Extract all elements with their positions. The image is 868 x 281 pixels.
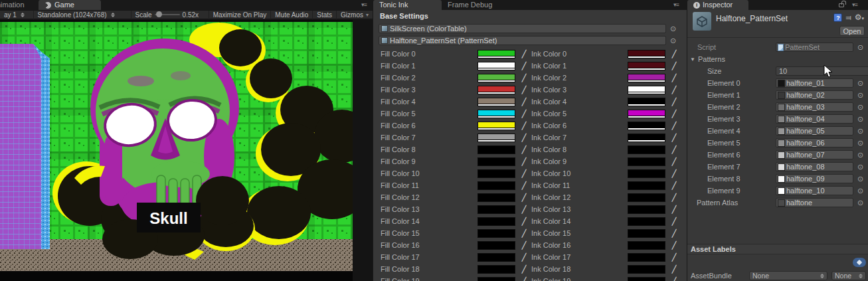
element-object-field[interactable]: halftone_05 [776, 126, 853, 136]
fill-color-swatch[interactable] [477, 169, 515, 178]
eyedropper-icon[interactable]: ╱ [519, 62, 529, 70]
eyedropper-icon[interactable]: ╱ [669, 50, 679, 58]
ink-color-swatch[interactable] [628, 110, 665, 118]
game-panel-menu-icon[interactable]: ▾≡ [361, 1, 367, 8]
tonic-panel-menu-icon[interactable]: ▾≡ [673, 1, 679, 8]
ink-color-swatch[interactable] [628, 134, 665, 142]
fill-color-swatch[interactable] [477, 98, 515, 106]
ink-color-swatch[interactable] [628, 169, 665, 178]
ink-color-swatch[interactable] [628, 229, 665, 238]
mute-audio-button[interactable]: Mute Audio [271, 11, 313, 19]
element-object-field[interactable]: halftone_07 [776, 150, 853, 159]
eyedropper-icon[interactable]: ╱ [669, 86, 679, 94]
eyedropper-icon[interactable]: ╱ [519, 98, 529, 106]
eyedropper-icon[interactable]: ╱ [669, 169, 679, 178]
gizmos-dropdown[interactable]: Gizmos ▾ [337, 11, 373, 19]
scale-slider[interactable] [155, 14, 180, 15]
ink-color-swatch[interactable] [628, 74, 665, 82]
maximize-on-play-button[interactable]: Maximize On Play [209, 11, 272, 19]
fill-color-swatch[interactable] [477, 74, 515, 82]
eyedropper-icon[interactable]: ╱ [519, 157, 529, 166]
eyedropper-icon[interactable]: ╱ [669, 253, 679, 262]
eyedropper-icon[interactable]: ╱ [669, 62, 679, 70]
eyedropper-icon[interactable]: ╱ [669, 229, 679, 238]
eyedropper-icon[interactable]: ╱ [519, 86, 529, 94]
display-dropdown[interactable]: ay 1 [0, 11, 34, 19]
object-picker-icon[interactable]: ⊙ [857, 79, 863, 88]
fill-color-swatch[interactable] [477, 229, 515, 238]
resolution-dropdown[interactable]: Standalone (1024x768) [34, 11, 131, 19]
eyedropper-icon[interactable]: ╱ [669, 181, 679, 190]
open-button[interactable]: Open [839, 26, 865, 36]
element-object-field[interactable]: halftone_01 [776, 78, 853, 88]
eyedropper-icon[interactable]: ╱ [519, 277, 529, 281]
ink-color-swatch[interactable] [628, 205, 665, 214]
tab-frame-debug[interactable]: Frame Debug [442, 0, 515, 10]
eyedropper-icon[interactable]: ╱ [669, 122, 679, 130]
stats-button[interactable]: Stats [313, 11, 337, 19]
ink-color-swatch[interactable] [628, 62, 665, 70]
inspector-panel-menu-icon[interactable]: ▾≡ [852, 1, 857, 8]
eyedropper-icon[interactable]: ╱ [519, 74, 529, 82]
lock-icon[interactable] [839, 3, 844, 7]
tab-tonic-ink[interactable]: Tonic Ink [373, 0, 442, 10]
fill-color-swatch[interactable] [477, 217, 515, 226]
presets-icon[interactable]: ⫤ [845, 13, 851, 22]
ink-color-swatch[interactable] [628, 193, 665, 202]
eyedropper-icon[interactable]: ╱ [669, 193, 679, 202]
eyedropper-icon[interactable]: ╱ [519, 134, 529, 142]
eyedropper-icon[interactable]: ╱ [669, 217, 679, 226]
tab-inspector[interactable]: i Inspector [687, 0, 748, 10]
eyedropper-icon[interactable]: ╱ [669, 277, 679, 281]
object-picker-icon[interactable]: ⊙ [857, 127, 863, 136]
eyedropper-icon[interactable]: ╱ [669, 145, 679, 154]
eyedropper-icon[interactable]: ╱ [519, 110, 529, 118]
tab-animation[interactable]: nimation [0, 0, 31, 10]
fill-color-swatch[interactable] [477, 241, 515, 250]
object-picker-icon[interactable]: ⊙ [857, 187, 863, 195]
element-object-field[interactable]: halftone_06 [776, 138, 853, 147]
size-input[interactable] [776, 66, 868, 76]
color-table-object-field[interactable]: SilkScreen (ColorTable) [379, 24, 666, 33]
object-picker-icon[interactable]: ⊙ [857, 151, 863, 159]
eyedropper-icon[interactable]: ╱ [669, 265, 679, 274]
ink-color-swatch[interactable] [628, 181, 665, 190]
fill-color-swatch[interactable] [477, 62, 515, 70]
eyedropper-icon[interactable]: ╱ [519, 265, 529, 274]
fill-color-swatch[interactable] [477, 253, 515, 262]
object-picker-icon[interactable]: ⊙ [857, 91, 863, 100]
eyedropper-icon[interactable]: ╱ [519, 193, 529, 202]
object-picker-icon[interactable]: ⊙ [857, 163, 863, 171]
fill-color-swatch[interactable] [477, 145, 515, 154]
eyedropper-icon[interactable]: ╱ [669, 98, 679, 106]
assetbundle-dropdown[interactable]: None [749, 271, 827, 280]
fill-color-swatch[interactable] [477, 134, 515, 142]
eyedropper-icon[interactable]: ╱ [669, 134, 679, 142]
eyedropper-icon[interactable]: ╱ [669, 110, 679, 118]
gear-icon[interactable]: ⚙▾ [855, 13, 864, 22]
eyedropper-icon[interactable]: ╱ [669, 74, 679, 82]
fill-color-swatch[interactable] [477, 110, 515, 118]
eyedropper-icon[interactable]: ╱ [669, 241, 679, 250]
element-object-field[interactable]: halftone_04 [776, 114, 853, 124]
ink-color-swatch[interactable] [628, 86, 665, 94]
ink-color-swatch[interactable] [628, 122, 665, 130]
pattern-atlas-field[interactable]: halftone [776, 198, 853, 207]
ink-color-swatch[interactable] [628, 253, 665, 262]
eyedropper-icon[interactable]: ╱ [519, 253, 529, 262]
fill-color-swatch[interactable] [477, 157, 515, 166]
scale-slider-knob[interactable] [156, 11, 162, 17]
element-object-field[interactable]: halftone_10 [776, 186, 853, 195]
eyedropper-icon[interactable]: ╱ [519, 145, 529, 154]
patterns-foldout[interactable]: ▼ Patterns [687, 53, 868, 65]
fill-color-swatch[interactable] [477, 193, 515, 202]
element-object-field[interactable]: halftone_08 [776, 162, 853, 171]
tab-game[interactable]: Game [39, 0, 101, 10]
object-picker-icon[interactable]: ⊙ [857, 139, 863, 147]
ink-color-swatch[interactable] [628, 277, 665, 281]
element-object-field[interactable]: halftone_09 [776, 174, 853, 183]
eyedropper-icon[interactable]: ╱ [669, 205, 679, 214]
ink-color-swatch[interactable] [628, 98, 665, 106]
eyedropper-icon[interactable]: ╱ [519, 169, 529, 178]
element-object-field[interactable]: halftone_02 [776, 90, 853, 100]
